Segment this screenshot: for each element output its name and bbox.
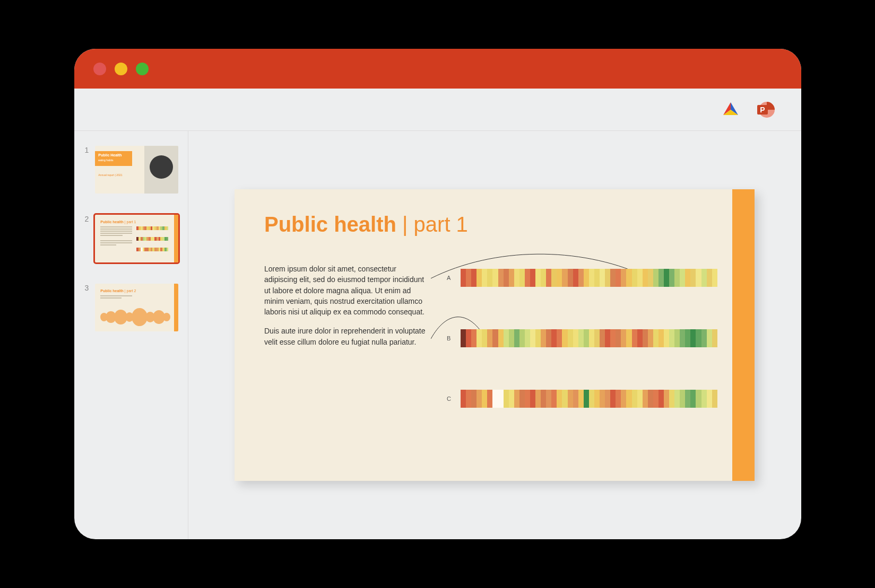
heatmap-row-b: B (447, 329, 717, 347)
slide-title-bold: Public health (264, 213, 396, 236)
thumb3-line (100, 297, 122, 299)
heatmap-segment (600, 269, 605, 287)
heatmap-segment (546, 269, 551, 287)
heatmap-segment (525, 390, 530, 408)
thumbnail-number[interactable]: 3 (84, 284, 89, 292)
heatmap-segment (471, 390, 477, 408)
heatmap-segment (509, 269, 514, 287)
heatmap-segment (589, 390, 594, 408)
heatmap-segment (610, 390, 616, 408)
heatmap-segment (509, 329, 514, 347)
heatmap-segment (498, 329, 504, 347)
minimize-window-button[interactable] (115, 63, 127, 75)
heatmap-segment (482, 329, 487, 347)
play-triangle-icon[interactable] (721, 100, 741, 120)
heatmap-segment (509, 390, 514, 408)
heatmap-segment (498, 390, 504, 408)
heatmap-segment (616, 390, 621, 408)
heatmap-segment (637, 269, 643, 287)
heatmap-segment (610, 269, 616, 287)
slide-paragraph-2: Duis aute irure dolor in reprehenderit i… (264, 326, 429, 347)
heatmap-segment (568, 390, 573, 408)
heatmap-segment (621, 390, 626, 408)
heatmap-segment (648, 390, 653, 408)
heatmap-segment (648, 269, 653, 287)
heatmap-label-c: C (447, 396, 461, 402)
heatmap-segment (632, 390, 637, 408)
heatmap-segment (659, 390, 664, 408)
heatmap-segment (557, 390, 562, 408)
heatmap-label-a: A (447, 275, 461, 281)
heatmap-segment (674, 329, 680, 347)
heatmap-segment (637, 390, 643, 408)
heatmap-segment (541, 390, 546, 408)
heatmap-segment (487, 390, 492, 408)
heatmap-segment (696, 329, 701, 347)
heatmap-segment (594, 329, 600, 347)
heatmap-segment (584, 329, 589, 347)
slide-thumbnail-3[interactable]: Public health | part 2 (95, 284, 178, 331)
thumb2-paragraph (100, 226, 132, 248)
heatmap-segment (626, 329, 631, 347)
heatmap-segment (680, 390, 685, 408)
heatmap-segment (461, 390, 466, 408)
heatmap-segment (701, 329, 707, 347)
heatmap-segment (514, 329, 519, 347)
heatmap-segment (535, 269, 541, 287)
heatmap-segment (551, 269, 557, 287)
thumb3-accent (174, 284, 178, 331)
heatmap-segment (519, 269, 525, 287)
heatmap-segment (466, 390, 471, 408)
thumbnail-row: 2 Public health | part 1 (84, 215, 178, 262)
heatmap-segment (680, 329, 685, 347)
heatmap-segment (712, 329, 717, 347)
heatmap-segment (551, 329, 557, 347)
current-slide[interactable]: Public health | part 1 Lorem ipsum dolor… (235, 189, 755, 481)
heatmap-segment (653, 390, 659, 408)
thumbnail-number[interactable]: 2 (84, 215, 89, 223)
heatmap-segment (600, 329, 605, 347)
heatmap-segment (562, 390, 567, 408)
heatmap-segment (541, 269, 546, 287)
slide-thumbnail-2[interactable]: Public health | part 1 (95, 215, 178, 262)
heatmap-segment (482, 390, 487, 408)
thumbnail-number[interactable]: 1 (84, 146, 89, 154)
heatmap-strip-a (461, 269, 717, 287)
heatmap-segment (685, 269, 690, 287)
heatmap-segment (626, 269, 631, 287)
heatmap-segment (487, 329, 492, 347)
heatmap-segment (707, 329, 712, 347)
app-window: P 1 Public Health eating habits Annual r… (74, 49, 801, 539)
heatmap-segment (605, 390, 610, 408)
heatmap-label-b: B (447, 335, 461, 341)
heatmap-segment (471, 269, 477, 287)
heatmap-segment (573, 269, 578, 287)
thumb3-line (100, 295, 132, 296)
heatmap-segment (589, 329, 594, 347)
heatmap-segment (541, 329, 546, 347)
heatmap-segment (632, 269, 637, 287)
heatmap-segment (707, 390, 712, 408)
heatmap-segment (578, 269, 584, 287)
heatmap-segment (685, 390, 690, 408)
heatmap-segment (674, 390, 680, 408)
heatmap-segment (519, 329, 525, 347)
heatmap-segment (573, 329, 578, 347)
heatmap-segment (605, 269, 610, 287)
heatmap-segment (621, 329, 626, 347)
heatmap-segment (578, 390, 584, 408)
thumb1-title: Public Health (98, 153, 122, 157)
close-window-button[interactable] (93, 63, 106, 75)
powerpoint-icon[interactable]: P (756, 100, 776, 120)
heatmap-segment (514, 269, 519, 287)
heatmap-segment (551, 390, 557, 408)
maximize-window-button[interactable] (136, 63, 149, 75)
heatmap-segment (594, 390, 600, 408)
slide-thumbnail-1[interactable]: Public Health eating habits Annual repor… (95, 146, 178, 194)
heatmap-segment (680, 269, 685, 287)
heatmap-segment (690, 269, 696, 287)
heatmap-segment (487, 269, 492, 287)
heatmap-segment (600, 390, 605, 408)
heatmap-segment (477, 390, 482, 408)
heatmap-segment (616, 269, 621, 287)
